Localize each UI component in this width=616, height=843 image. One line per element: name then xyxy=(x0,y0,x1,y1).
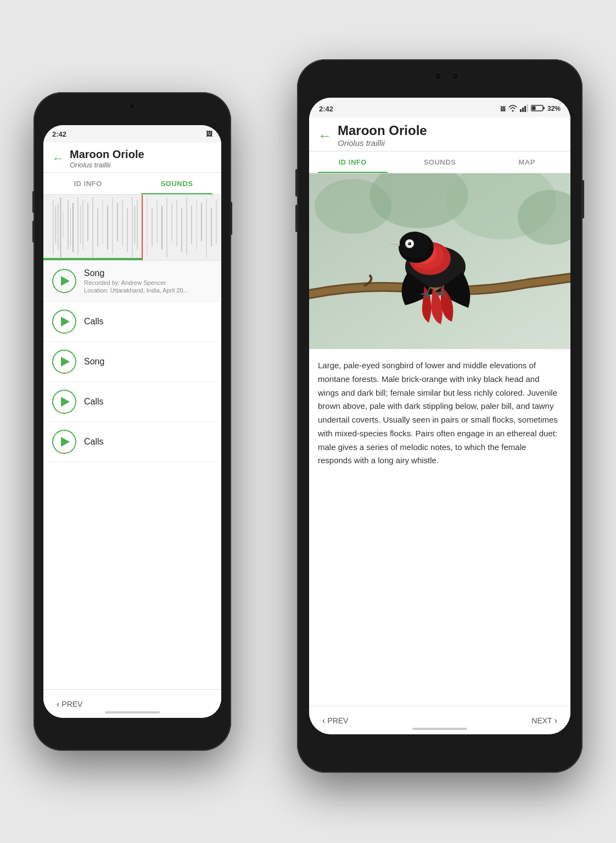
power-button-right[interactable] xyxy=(581,180,584,218)
tab-id-info-right[interactable]: ID INFO xyxy=(309,151,396,173)
phone-right: 2:42 🖼 xyxy=(297,59,583,773)
power-button[interactable] xyxy=(230,202,232,235)
tab-id-info-left[interactable]: ID INFO xyxy=(43,173,132,194)
play-button-4[interactable] xyxy=(52,390,76,414)
tabs-right: ID INFO SOUNDS MAP xyxy=(309,151,570,173)
volume-down-button[interactable] xyxy=(32,221,35,243)
chevron-left-icon-right: ‹ xyxy=(322,716,325,726)
sound-item-5[interactable]: Calls xyxy=(43,422,221,462)
sound-info-5: Calls xyxy=(84,437,212,447)
play-icon-2 xyxy=(61,317,70,327)
tab-sounds-right[interactable]: SOUNDS xyxy=(396,151,484,173)
svg-point-62 xyxy=(408,242,411,245)
sound-info-1: Song Recorded by: Andrew Spencer Locatio… xyxy=(84,268,212,294)
prev-button-left[interactable]: ‹ PREV xyxy=(57,699,82,709)
front-camera xyxy=(129,103,136,110)
svg-rect-44 xyxy=(524,106,526,112)
sound-info-2: Calls xyxy=(84,317,212,327)
volume-up-button-right[interactable] xyxy=(295,169,298,196)
sound-info-4: Calls xyxy=(84,397,212,407)
app-header-left: ← Maroon Oriole Oriolus traillii xyxy=(43,143,221,173)
phone-left-screen: 2:42 🖼 ← Maroon Oriole Oriolus traillii xyxy=(43,125,221,718)
play-button-3[interactable] xyxy=(52,350,76,374)
tab-sounds-left[interactable]: SOUNDS xyxy=(132,173,221,194)
phone-right-screen: 2:42 🖼 xyxy=(309,98,570,734)
play-button-5[interactable] xyxy=(52,430,76,454)
chevron-left-icon-left: ‹ xyxy=(57,699,59,709)
next-button-right[interactable]: NEXT › xyxy=(531,716,557,726)
time-right: 2:42 xyxy=(319,105,333,113)
time-left: 2:42 xyxy=(52,130,66,138)
status-icons-right: 🖼 xyxy=(500,104,561,113)
bottom-nav-right: ‹ PREV NEXT › xyxy=(309,706,570,734)
status-icon-left: 🖼 xyxy=(206,130,212,138)
home-indicator-left xyxy=(105,711,160,713)
bird-illustration xyxy=(309,173,570,349)
status-bar-left: 2:42 🖼 xyxy=(43,125,221,143)
bird-name-right: Maroon Oriole xyxy=(338,123,427,138)
svg-rect-43 xyxy=(522,108,524,112)
svg-point-63 xyxy=(408,243,410,244)
bird-description: Large, pale-eyed songbird of lower and m… xyxy=(309,349,570,477)
volume-down-button-right[interactable] xyxy=(295,205,298,232)
signal-bars-icon xyxy=(520,104,529,113)
home-indicator-right xyxy=(412,728,467,730)
bird-image xyxy=(309,173,570,349)
play-button-1[interactable] xyxy=(52,269,76,293)
svg-rect-42 xyxy=(520,109,522,112)
bird-name-left: Maroon Oriole xyxy=(70,148,144,161)
svg-rect-41 xyxy=(43,258,142,260)
sound-item-1[interactable]: Song Recorded by: Andrew Spencer Locatio… xyxy=(43,261,221,302)
tabs-left: ID INFO SOUNDS xyxy=(43,173,221,195)
battery-percent: 32% xyxy=(547,105,561,113)
status-bar-right: 2:42 🖼 xyxy=(309,98,570,117)
play-icon-1 xyxy=(61,276,70,286)
app-header-right: ← Maroon Oriole Oriolus traillii xyxy=(309,117,570,151)
bird-scientific-right: Oriolus traillii xyxy=(338,138,427,148)
play-icon-4 xyxy=(61,397,70,407)
front-camera-right-1 xyxy=(434,72,442,80)
battery-icon xyxy=(531,104,545,113)
waveform-display xyxy=(43,195,221,261)
svg-rect-48 xyxy=(531,106,535,110)
play-icon-3 xyxy=(61,357,70,367)
back-button-right[interactable]: ← xyxy=(318,128,332,143)
svg-rect-45 xyxy=(527,104,528,112)
wifi-icon xyxy=(508,104,518,113)
phone-left: 2:42 🖼 ← Maroon Oriole Oriolus traillii xyxy=(33,92,231,751)
back-button-left[interactable]: ← xyxy=(52,153,64,165)
front-camera-right-2 xyxy=(451,72,459,80)
volume-up-button[interactable] xyxy=(32,191,35,213)
tab-map-right[interactable]: MAP xyxy=(483,151,570,173)
bird-scientific-left: Oriolus traillii xyxy=(70,161,144,169)
sound-item-2[interactable]: Calls xyxy=(43,302,221,342)
status-image-icon: 🖼 xyxy=(500,106,506,112)
svg-point-59 xyxy=(399,232,430,258)
play-icon-5 xyxy=(61,437,70,447)
bottom-nav-left: ‹ PREV xyxy=(43,689,221,718)
sound-list-left: Song Recorded by: Andrew Spencer Locatio… xyxy=(43,261,221,718)
svg-rect-47 xyxy=(543,107,545,109)
sound-item-4[interactable]: Calls xyxy=(43,382,221,422)
chevron-right-icon-right: › xyxy=(555,716,557,726)
prev-button-right[interactable]: ‹ PREV xyxy=(322,716,348,726)
sound-item-3[interactable]: Song xyxy=(43,342,221,382)
play-button-2[interactable] xyxy=(52,310,76,334)
sound-info-3: Song xyxy=(84,357,212,367)
